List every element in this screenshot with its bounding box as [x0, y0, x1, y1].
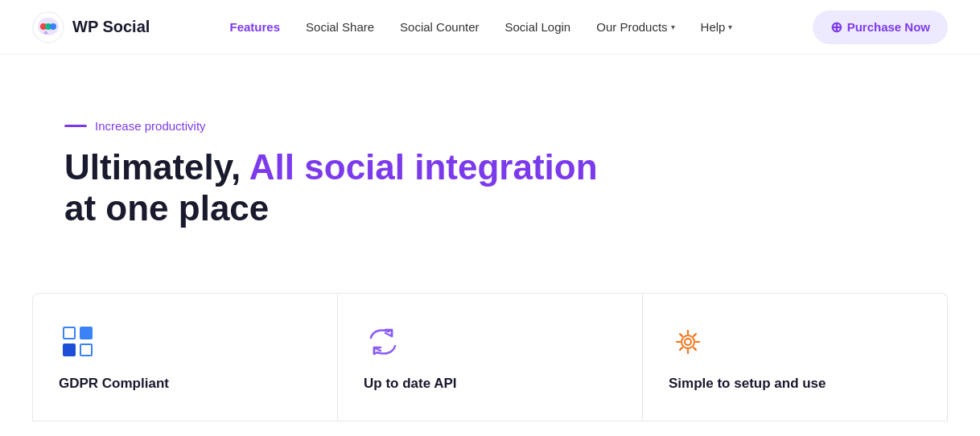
svg-point-4	[50, 23, 56, 30]
nav-social-counter[interactable]: Social Counter	[400, 20, 479, 34]
setup-gear-icon	[669, 323, 707, 361]
logo[interactable]: WP Social	[32, 11, 150, 43]
tagline-text: Increase productivity	[95, 119, 206, 133]
purchase-plus-icon: ⊕	[830, 19, 842, 36]
help-dropdown-arrow: ▾	[728, 23, 732, 31]
products-dropdown-arrow: ▾	[671, 23, 675, 31]
svg-point-5	[685, 339, 691, 345]
logo-label: WP Social	[72, 18, 150, 36]
nav-features[interactable]: Features	[230, 20, 281, 34]
gdpr-label: GDPR Compliant	[59, 376, 311, 392]
gdpr-card: GDPR Compliant	[32, 293, 338, 422]
tagline-container: Increase productivity	[64, 119, 916, 133]
gdpr-icon	[59, 323, 97, 361]
purchase-now-button[interactable]: ⊕ Purchase Now	[813, 10, 948, 44]
api-card: Up to date API	[338, 293, 643, 422]
nav-social-login[interactable]: Social Login	[504, 20, 570, 34]
hero-section: Increase productivity Ultimately, All so…	[0, 55, 980, 261]
main-nav: Features Social Share Social Counter Soc…	[230, 20, 733, 34]
api-label: Up to date API	[364, 376, 616, 392]
hero-title-part2: at one place	[64, 188, 269, 228]
feature-cards-section: GDPR Compliant Up to date API	[0, 293, 980, 422]
nav-our-products[interactable]: Our Products ▾	[596, 20, 674, 34]
hero-title-part1: Ultimately,	[64, 147, 249, 187]
purchase-button-label: Purchase Now	[847, 20, 930, 34]
nav-social-share[interactable]: Social Share	[306, 20, 374, 34]
api-icon	[364, 323, 402, 361]
header: WP Social Features Social Share Social C…	[0, 0, 980, 55]
logo-icon	[32, 11, 64, 43]
hero-title-highlight: All social integration	[249, 147, 598, 187]
setup-card: Simple to setup and use	[643, 293, 948, 422]
tagline-line-decoration	[64, 125, 87, 127]
setup-label: Simple to setup and use	[669, 376, 921, 392]
nav-help[interactable]: Help ▾	[701, 20, 733, 34]
hero-title: Ultimately, All social integration at on…	[64, 147, 611, 228]
